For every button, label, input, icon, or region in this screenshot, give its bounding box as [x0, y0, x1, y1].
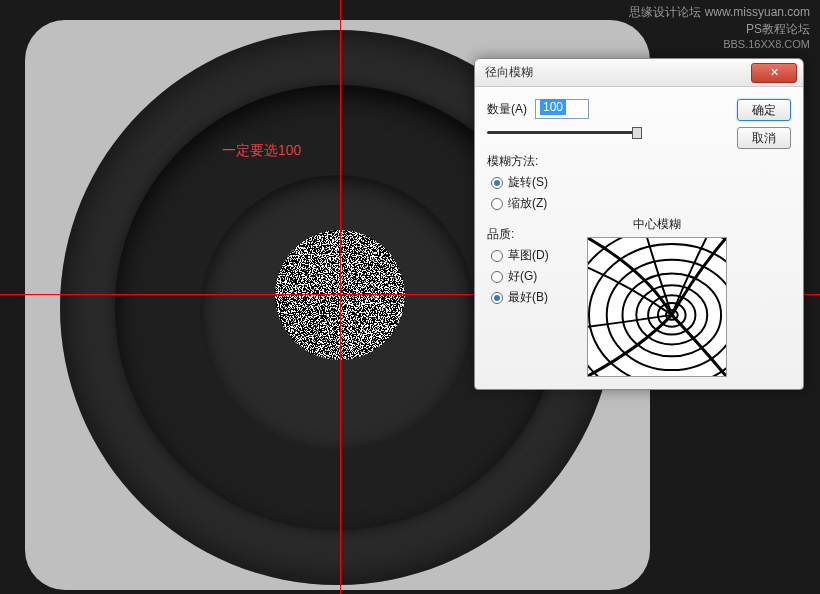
watermark: 思缘设计论坛 www.missyuan.com PS教程论坛 BBS.16XX8… [629, 4, 810, 50]
watermark-line1: 思缘设计论坛 www.missyuan.com [629, 4, 810, 21]
radio-good[interactable] [491, 271, 503, 283]
blur-center-preview[interactable] [587, 237, 727, 377]
method-zoom-label: 缩放(Z) [508, 195, 547, 212]
watermark-line2: PS教程论坛 [629, 21, 810, 38]
method-zoom-row[interactable]: 缩放(Z) [487, 195, 727, 212]
quality-good-label: 好(G) [508, 268, 537, 285]
radio-draft[interactable] [491, 250, 503, 262]
method-spin-label: 旋转(S) [508, 174, 548, 191]
amount-label: 数量(A) [487, 101, 527, 118]
dialog-title: 径向模糊 [481, 64, 751, 81]
slider-track [487, 131, 642, 134]
method-spin-row[interactable]: 旋转(S) [487, 174, 727, 191]
quality-best-row[interactable]: 最好(B) [487, 289, 575, 306]
guide-vertical [340, 0, 341, 594]
close-icon: ✕ [770, 66, 779, 79]
amount-input[interactable]: 100 [535, 99, 589, 119]
close-button[interactable]: ✕ [751, 63, 797, 83]
amount-slider[interactable] [487, 125, 642, 143]
cancel-label: 取消 [752, 130, 776, 147]
ok-label: 确定 [752, 102, 776, 119]
annotation-text: 一定要选100 [222, 142, 301, 160]
quality-good-row[interactable]: 好(G) [487, 268, 575, 285]
dialog-titlebar[interactable]: 径向模糊 ✕ [475, 59, 803, 87]
quality-best-label: 最好(B) [508, 289, 548, 306]
slider-thumb[interactable] [632, 127, 642, 139]
preview-label: 中心模糊 [587, 216, 727, 233]
radial-blur-dialog: 径向模糊 ✕ 数量(A) 100 模糊方法: 旋转(S) [474, 58, 804, 390]
radio-best[interactable] [491, 292, 503, 304]
quality-draft-label: 草图(D) [508, 247, 549, 264]
method-group-label: 模糊方法: [487, 153, 727, 170]
radio-spin[interactable] [491, 177, 503, 189]
cancel-button[interactable]: 取消 [737, 127, 791, 149]
ok-button[interactable]: 确定 [737, 99, 791, 121]
dialog-body: 数量(A) 100 模糊方法: 旋转(S) 缩放(Z) 品质: [475, 87, 803, 389]
quality-group-label: 品质: [487, 226, 575, 243]
watermark-line3: BBS.16XX8.COM [629, 38, 810, 50]
radio-zoom[interactable] [491, 198, 503, 210]
quality-draft-row[interactable]: 草图(D) [487, 247, 575, 264]
amount-value: 100 [540, 99, 566, 115]
